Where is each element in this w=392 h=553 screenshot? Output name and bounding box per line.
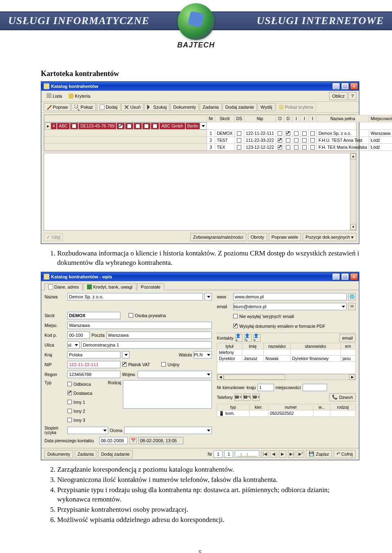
miejsc-input[interactable]: Warszawa <box>67 322 212 329</box>
nav-new-button[interactable]: ▶* <box>297 450 304 458</box>
phone-add-button[interactable]: ☎+ <box>234 394 242 401</box>
zadania-button[interactable]: Zadania <box>200 103 222 111</box>
nav-last-button[interactable]: ▶| <box>288 450 295 458</box>
wyslij-button[interactable]: Wyślij <box>258 103 275 111</box>
col-skrot[interactable]: Skrót <box>215 115 234 122</box>
goto-www-button[interactable]: 🌐 <box>348 293 356 300</box>
szukaj-button[interactable]: Szukaj <box>144 103 169 111</box>
kraj-dropdown[interactable] <box>122 351 129 358</box>
cofnij-button[interactable]: ↶ Cofnij <box>334 450 356 458</box>
ulica-prefix-select[interactable]: ul. <box>67 341 80 349</box>
wojew-select[interactable] <box>138 371 212 378</box>
calendar-icon[interactable]: 📅 <box>129 437 137 444</box>
phone-del-button[interactable]: ☎× <box>252 394 260 401</box>
scroll-down-icon[interactable]: ▼ <box>350 224 356 230</box>
dodaj-button[interactable]: Dodaj <box>97 103 120 111</box>
send-email-button[interactable]: ✉ <box>348 303 356 310</box>
zobowiazania-button[interactable]: Zobowiązania/należności <box>190 233 246 241</box>
data1-input[interactable]: 08-02-2008 <box>99 437 128 444</box>
dostawca-checkbox[interactable] <box>67 391 72 395</box>
kraj-input[interactable]: Polska <box>67 351 120 358</box>
email-contact-button[interactable]: email <box>339 334 356 342</box>
dokumenty-button[interactable]: Dokumenty <box>45 450 73 458</box>
maximize-button[interactable]: □ <box>341 273 349 280</box>
pokaz-kryteria-button[interactable]: Pokaż kryteria <box>276 103 316 111</box>
stopien-select[interactable] <box>67 427 108 434</box>
email-input[interactable]: biuro@demox.pl <box>233 303 347 310</box>
col-nr[interactable]: Nr <box>207 115 215 122</box>
titlebar[interactable]: Katalog kontrahentów _ □ × <box>41 82 359 91</box>
platnik-vat-checkbox[interactable] <box>122 362 127 367</box>
obroty-button[interactable]: Obroty <box>248 233 267 241</box>
pokaz-button[interactable]: Pokaż <box>71 103 96 111</box>
tab-dane-adres[interactable]: Dane, adres <box>45 283 82 290</box>
nr-input-1[interactable]: 1 <box>214 450 223 458</box>
col-ds[interactable]: DS <box>234 115 244 122</box>
maximize-button[interactable]: □ <box>341 83 349 90</box>
close-button[interactable]: × <box>350 273 358 280</box>
tab-kryteria[interactable]: Kryteria <box>66 92 93 100</box>
vertical-scrollbar[interactable]: ▲ ▼ <box>350 153 356 230</box>
col-nazwa[interactable]: Nazwa pełna <box>316 115 369 122</box>
wysylaj-pdf-checkbox[interactable] <box>233 324 238 328</box>
col-i3[interactable]: I <box>308 115 316 122</box>
osoba-prywatna-checkbox[interactable] <box>129 313 133 318</box>
pozycje-button[interactable]: Pozycje dok.seryjnych ▾ <box>303 233 356 241</box>
nav-first-button[interactable]: |◀ <box>261 450 268 458</box>
dodaj-zadanie-button[interactable]: Dodaj zadanie <box>223 103 257 111</box>
nr-miejsc-input[interactable] <box>303 384 327 391</box>
uzyj-button[interactable]: ✓ Użyj <box>44 233 63 241</box>
tab-lista[interactable]: Lista <box>44 92 65 100</box>
col-d[interactable]: D <box>284 115 292 122</box>
inny2-checkbox[interactable] <box>67 409 72 413</box>
contractors-grid[interactable]: Nr Skrót DS Nip O D I I I Nazwa pełna Mi… <box>44 114 356 151</box>
inny3-checkbox[interactable] <box>67 418 72 422</box>
table-row[interactable]: ▸4ABCDE123-45-78-789ABC GmbhBerlin <box>45 122 207 130</box>
scroll-right-icon[interactable]: ▶ <box>349 374 355 380</box>
help-button[interactable]: ? <box>348 92 356 100</box>
contact-add-button[interactable]: 👤+ <box>235 334 243 342</box>
nr-kier-input[interactable]: 1 <box>258 384 274 391</box>
col-o[interactable]: O <box>276 115 284 122</box>
ulica-input[interactable]: Demonstracyjna 1 <box>81 341 212 349</box>
nie-wysylaj-checkbox[interactable] <box>233 314 238 318</box>
contacts-table[interactable]: tytuł imię nazwisko stanowisko em telefo… <box>217 343 356 374</box>
titlebar[interactable]: Katalog kontrahentów - wpis _ □ × <box>41 272 359 281</box>
table-row[interactable]: 1DEMOX122-11-22-111Demox Sp. z o.o.Warsz… <box>45 130 392 137</box>
nazwa-input[interactable]: Demox Sp. z o.o. <box>67 293 203 300</box>
odbiorca-checkbox[interactable] <box>67 382 72 386</box>
zapisz-button[interactable]: 💾 Zapisz <box>306 450 332 458</box>
col-i1[interactable]: I <box>292 115 300 122</box>
ocena-select[interactable] <box>124 427 212 434</box>
oblicz-button[interactable]: Oblicz <box>329 92 347 100</box>
nip-input[interactable]: 122-11-22-111 <box>67 361 120 368</box>
phones-table[interactable]: typ kier. numer w... rodzaj 📱 kom. 05025… <box>217 404 356 417</box>
skrot-input[interactable]: DEMOX <box>67 312 120 319</box>
minimize-button[interactable]: _ <box>332 273 340 280</box>
dzwon-button[interactable]: 📞 Dzwoń <box>329 393 356 401</box>
unijny-checkbox[interactable] <box>161 362 166 367</box>
phone-edit-button[interactable]: ☎✎ <box>243 394 251 401</box>
kodp-input[interactable]: 00-100 <box>67 331 90 339</box>
inny1-checkbox[interactable] <box>67 400 72 404</box>
popraw-button[interactable]: Popraw <box>44 103 71 111</box>
tab-pozostale[interactable]: Pozostałe <box>137 283 164 290</box>
col-i2[interactable]: I <box>300 115 308 122</box>
zadania-button[interactable]: Zadania <box>75 450 97 458</box>
col-nip[interactable]: Nip <box>244 115 276 122</box>
tab-kredyt[interactable]: Kredyt, bank, uwagi <box>83 283 136 290</box>
col-miasto[interactable]: Miejscowość <box>369 115 392 122</box>
minimize-button[interactable]: _ <box>332 83 340 90</box>
popraw-wiele-button[interactable]: Popraw wiele <box>269 233 301 241</box>
nav-next-button[interactable]: ▶ <box>279 450 286 458</box>
nav-prev-button[interactable]: ◀ <box>270 450 277 458</box>
rodzaj-listbox[interactable] <box>123 380 212 409</box>
scroll-left-icon[interactable]: ◀ <box>217 374 223 380</box>
scroll-up-icon[interactable]: ▲ <box>350 153 356 159</box>
table-row[interactable]: 3TEX123-12-12-122F.H. TEX Maria Kowalska… <box>45 144 392 151</box>
contact-del-button[interactable]: 👤× <box>253 334 261 342</box>
usun-button[interactable]: Usuń <box>121 103 144 111</box>
waluta-select[interactable]: PLN <box>194 351 212 358</box>
table-row[interactable]: 2TEST111-22-33-222F.H.U. TEST Anna TestŁ… <box>45 137 392 144</box>
contacts-hscroll[interactable]: ◀ ▶ <box>217 374 356 380</box>
